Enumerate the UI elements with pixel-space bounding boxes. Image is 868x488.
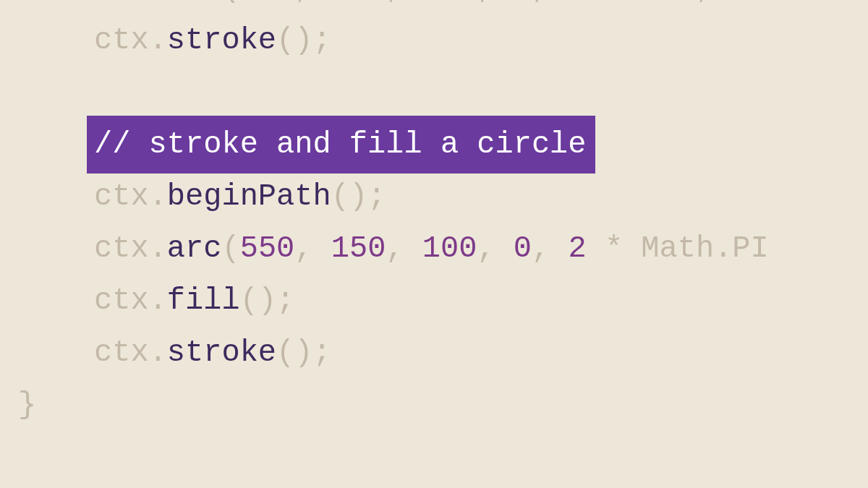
token-semicolon: ; [367, 179, 386, 214]
token-comma: , [386, 231, 422, 266]
token-identifier: Math.PI [641, 231, 768, 266]
token-number: 0 [514, 0, 532, 6]
code-line: ctx.beginPath(); [94, 171, 868, 223]
token-number: 150 [331, 231, 386, 266]
token-dot: . [149, 231, 167, 266]
token-dot: . [149, 283, 167, 318]
token-paren: ) [349, 179, 367, 214]
token-method: arc [167, 231, 222, 266]
token-number: 0 [514, 231, 532, 266]
token-method: arc [167, 0, 222, 6]
token-paren: ( [221, 231, 239, 266]
token-dot: . [149, 179, 167, 214]
token-comma: , [294, 0, 331, 6]
token-paren: ( [276, 335, 294, 370]
token-semicolon: ; [313, 335, 331, 370]
blank-line [94, 67, 868, 119]
token-identifier: Math.PI [568, 0, 695, 6]
token-object: ctx [94, 283, 149, 318]
token-comma: , [532, 231, 568, 266]
token-paren: ( [221, 0, 239, 6]
code-line: ctx.arc(300, 150, 100, 0, Math.PI, tr [94, 0, 868, 14]
token-number: 100 [422, 0, 477, 6]
token-object: ctx [94, 335, 149, 370]
token-comma: , [696, 0, 732, 6]
code-line: ctx.stroke(); [94, 327, 868, 379]
token-number: 2 [568, 231, 586, 266]
token-comma: , [386, 0, 422, 6]
code-line: } [18, 379, 868, 431]
token-paren: ( [240, 283, 258, 318]
code-line: ctx.arc(550, 150, 100, 0, 2 * Math.PI [94, 223, 868, 275]
token-dot: . [149, 335, 167, 370]
token-method: beginPath [167, 179, 331, 214]
code-line-highlighted: // stroke and fill a circle [94, 119, 868, 171]
token-number: 150 [331, 0, 386, 6]
token-method: stroke [167, 335, 276, 370]
token-object: ctx [94, 0, 149, 6]
token-object: ctx [94, 231, 149, 266]
token-dot: . [149, 23, 167, 58]
token-number: 550 [240, 231, 295, 266]
token-semicolon: ; [313, 23, 331, 58]
token-number: 100 [422, 231, 477, 266]
token-object: ctx [94, 179, 149, 214]
token-paren: ) [258, 283, 276, 318]
token-comma: , [477, 0, 513, 6]
token-paren: ) [294, 335, 312, 370]
token-comma: , [532, 0, 568, 6]
token-paren: ( [331, 179, 349, 214]
token-paren: ) [294, 23, 312, 58]
token-paren: ( [276, 23, 294, 58]
token-method: fill [167, 283, 240, 318]
code-editor: ctx.arc(300, 150, 100, 0, Math.PI, tr ct… [0, 0, 868, 431]
token-comma: , [477, 231, 513, 266]
token-object: ctx [94, 23, 149, 58]
token-operator: * [587, 231, 642, 266]
highlighted-comment: // stroke and fill a circle [87, 116, 595, 174]
token-semicolon: ; [276, 283, 294, 318]
token-number: 300 [240, 0, 295, 6]
token-identifier: tr [732, 0, 768, 6]
code-line: ctx.stroke(); [94, 14, 868, 67]
token-brace: } [18, 379, 36, 431]
token-dot: . [149, 0, 167, 6]
token-method: stroke [167, 23, 276, 58]
code-line: ctx.fill(); [94, 275, 868, 327]
token-comma: , [294, 231, 331, 266]
